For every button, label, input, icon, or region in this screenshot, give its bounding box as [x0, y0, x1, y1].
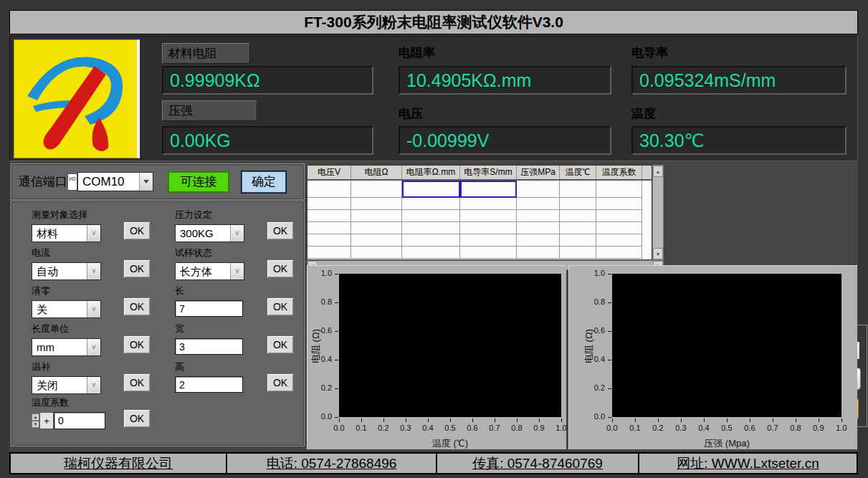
zero-clear-dropdown-icon[interactable]: ˅ [87, 301, 100, 317]
y-tickmark [335, 360, 338, 360]
table-cell[interactable] [560, 247, 596, 259]
table-cell[interactable] [307, 234, 351, 247]
temperature-chart: 0.00.20.40.60.81.00.00.10.20.30.40.50.60… [307, 265, 566, 449]
scroll-down-icon[interactable]: ▼ [653, 248, 663, 259]
table-row [307, 222, 652, 234]
table-header-1[interactable]: 电阻Ω [351, 166, 402, 179]
sample-shape-dropdown-icon[interactable]: ˅ [230, 263, 244, 279]
table-cell[interactable] [402, 234, 460, 247]
table-cell[interactable] [460, 222, 517, 234]
table-cell[interactable] [460, 181, 517, 198]
zero-clear-ok-button[interactable]: OK [123, 297, 151, 316]
measure-target-select[interactable]: 材料˅ [32, 224, 101, 242]
table-cell[interactable] [560, 222, 596, 234]
table-cell[interactable] [460, 210, 517, 222]
table-header-4[interactable]: 压强MPa [517, 166, 560, 179]
x-tickmark [681, 419, 682, 422]
table-cell[interactable] [351, 210, 402, 222]
x-tickmark [450, 419, 451, 422]
table-header-3[interactable]: 电导率S/mm [460, 166, 517, 179]
measure-target-dropdown-icon[interactable]: ˅ [87, 225, 100, 242]
connect-status-button[interactable]: 可连接 [168, 171, 229, 193]
table-header-2[interactable]: 电阻率Ω.mm [402, 166, 460, 179]
table-cell[interactable] [517, 222, 560, 234]
height-ok-button[interactable]: OK [267, 373, 294, 392]
length-input[interactable] [175, 300, 243, 317]
sample-shape-ok-button[interactable]: OK [267, 259, 294, 278]
table-cell[interactable] [460, 234, 517, 247]
width-input[interactable] [175, 338, 243, 355]
table-cell[interactable] [402, 210, 460, 222]
temp-coefficient-ok-button[interactable]: OK [123, 409, 151, 428]
table-cell[interactable] [560, 210, 596, 222]
table-cell[interactable] [596, 234, 642, 247]
measure-target-ok-button[interactable]: OK [123, 221, 151, 240]
table-cell[interactable] [351, 181, 402, 198]
table-cell[interactable] [517, 247, 560, 259]
table-cell[interactable] [402, 198, 460, 210]
table-cell[interactable] [351, 222, 402, 234]
table-cell[interactable] [596, 247, 642, 259]
temp-compensation-select[interactable]: 关闭˅ [32, 376, 101, 394]
table-cell[interactable] [460, 198, 517, 210]
table-cell[interactable] [596, 210, 642, 222]
table-header-5[interactable]: 温度℃ [560, 166, 596, 179]
current-ok-button[interactable]: OK [123, 259, 151, 278]
table-cell[interactable] [307, 222, 351, 234]
scroll-up-icon[interactable]: ▲ [653, 166, 663, 177]
zero-clear-select[interactable]: 关˅ [32, 300, 101, 318]
temp-compensation-dropdown-icon[interactable]: ˅ [87, 377, 100, 393]
sample-shape-select[interactable]: 长方体˅ [175, 262, 244, 280]
temp-coefficient-spinner[interactable]: ▲▼ [32, 414, 39, 428]
table-cell[interactable] [307, 210, 351, 222]
table-cell[interactable] [402, 247, 460, 259]
table-cell[interactable] [307, 181, 351, 198]
length-unit-select[interactable]: mm˅ [32, 338, 101, 356]
y-axis-label: 电阻 (Ω) [310, 317, 323, 375]
table-cell[interactable] [517, 181, 560, 198]
table-cell[interactable] [560, 181, 596, 198]
table-cell[interactable] [596, 181, 642, 198]
pressure-setting-select[interactable]: 300KG˅ [175, 224, 244, 242]
table-vertical-scrollbar[interactable]: ▲ ▼ [652, 165, 664, 260]
length-unit-dropdown-icon[interactable]: ˅ [87, 339, 100, 355]
table-cell[interactable] [351, 198, 402, 210]
x-tick-label: 0.9 [809, 424, 829, 432]
table-cell[interactable] [351, 247, 402, 259]
table-cell[interactable] [460, 247, 517, 259]
table-cell[interactable] [596, 222, 642, 234]
table-cell[interactable] [596, 198, 642, 210]
table-header-0[interactable]: 电压V [307, 166, 351, 179]
spin-up-icon[interactable]: ▲ [32, 414, 39, 421]
table-header-6[interactable]: 温度系数 [596, 166, 642, 179]
voltage-label: 电压 [399, 105, 423, 122]
x-tickmark [428, 419, 429, 422]
height-input[interactable] [175, 376, 243, 393]
table-cell[interactable] [517, 234, 560, 247]
table-cell[interactable] [402, 222, 460, 234]
current-select[interactable]: 自动˅ [32, 262, 101, 280]
table-cell[interactable] [402, 181, 460, 198]
table-cell[interactable] [517, 210, 560, 222]
confirm-button[interactable]: 确定 [242, 171, 286, 193]
current-dropdown-icon[interactable]: ˅ [87, 263, 100, 279]
temp-compensation-ok-button[interactable]: OK [123, 373, 151, 392]
com-port-dropdown-icon[interactable] [139, 173, 153, 191]
pressure-setting-dropdown-icon[interactable]: ˅ [230, 225, 244, 242]
y-tickmark [608, 274, 611, 274]
width-ok-button[interactable]: OK [267, 335, 294, 354]
table-cell[interactable] [560, 198, 596, 210]
visa-io-icon: I/O [67, 173, 77, 191]
temp-coefficient-input[interactable] [54, 412, 105, 429]
pressure-setting-ok-button[interactable]: OK [267, 221, 294, 240]
spin-down-icon[interactable]: ▼ [32, 421, 39, 428]
table-cell[interactable] [351, 234, 402, 247]
table-cell[interactable] [517, 198, 560, 210]
table-cell[interactable] [307, 247, 351, 259]
length-ok-button[interactable]: OK [267, 297, 294, 316]
length-unit-ok-button[interactable]: OK [123, 335, 151, 354]
voltage-value: -0.00999V [399, 126, 611, 155]
com-port-select[interactable]: COM10 [77, 172, 153, 191]
table-cell[interactable] [307, 198, 351, 210]
table-cell[interactable] [560, 234, 596, 247]
